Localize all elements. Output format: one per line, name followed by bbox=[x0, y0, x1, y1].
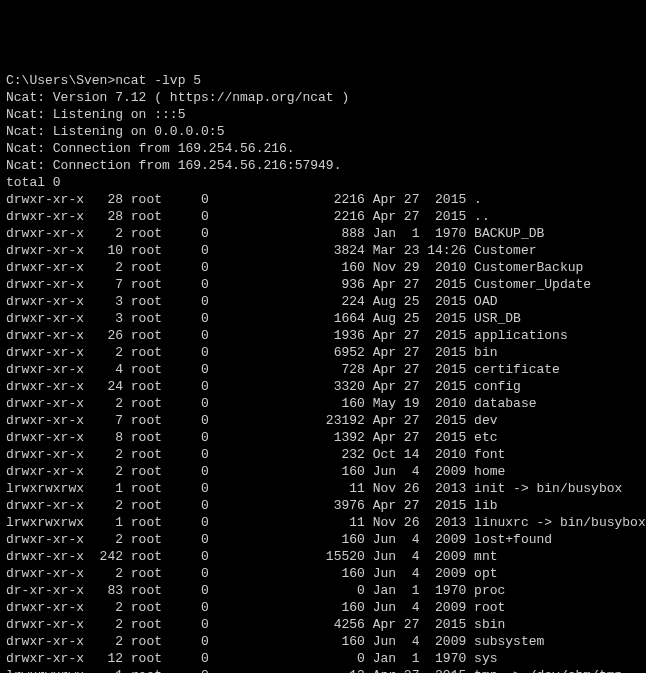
terminal-output: C:\Users\Sven>ncat -lvp 5 Ncat: Version … bbox=[6, 72, 640, 673]
